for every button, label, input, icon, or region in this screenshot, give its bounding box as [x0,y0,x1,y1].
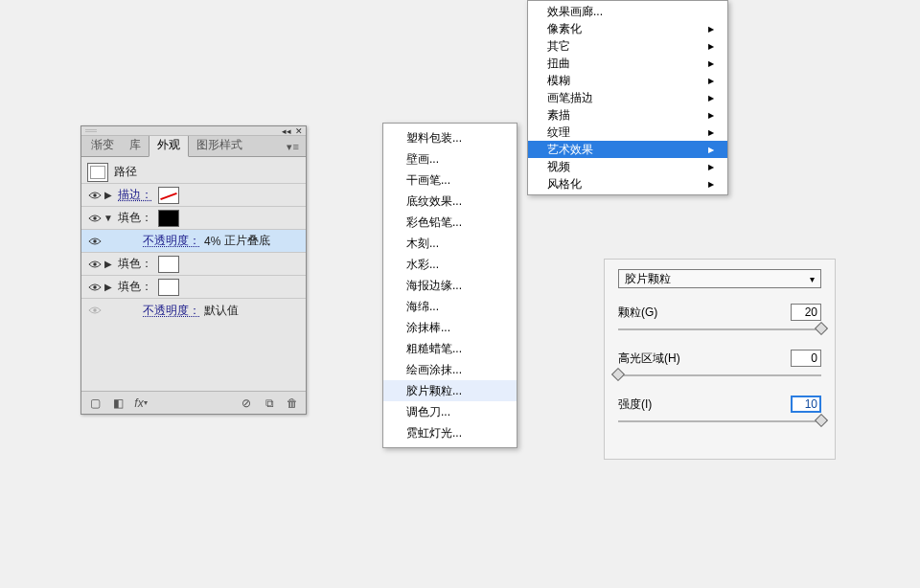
panel-close-icon[interactable]: ✕ [295,126,303,136]
submenu-item[interactable]: 彩色铅笔... [383,212,517,233]
svg-point-2 [93,239,97,243]
slider-value-input[interactable] [791,396,821,413]
chevron-down-icon: ▾ [810,274,815,284]
submenu-item[interactable]: 胶片颗粒... [383,380,517,401]
slider-row: 强度(I) [618,396,821,426]
row-fill1[interactable]: ▼ 填色： [81,207,306,230]
submenu-item[interactable]: 霓虹灯光... [383,422,517,443]
opacity-def-value: 默认值 [204,303,239,319]
fx-button[interactable]: fx▾ [133,396,149,411]
tab-library[interactable]: 库 [122,134,149,156]
row-path[interactable]: 路径 [81,161,306,184]
stroke-label[interactable]: 描边： [114,187,152,203]
menu-item[interactable]: 模糊 [528,72,727,89]
panel-body: 路径 ▶ 描边： ▼ 填色： 不透明度： 4% 正片叠底 ▶ 填色： [81,157,306,391]
slider-label: 颗粒(G) [618,305,657,321]
menu-item[interactable]: 画笔描边 [528,89,727,106]
slider-label: 强度(I) [618,396,652,413]
slider-track[interactable] [618,325,821,334]
tab-gradient[interactable]: 渐变 [83,134,122,156]
submenu-item[interactable]: 绘画涂抹... [383,359,517,380]
visibility-icon-dim[interactable] [87,303,103,318]
forbidden-icon[interactable]: ⊘ [239,396,254,411]
opacity-mode: 正片叠底 [224,233,270,249]
menu-item[interactable]: 效果画廊... [528,3,727,20]
submenu-item[interactable]: 干画笔... [383,170,517,191]
svg-point-4 [93,285,97,289]
svg-point-0 [93,193,97,197]
slider-value-input[interactable] [791,350,821,367]
row-fill2[interactable]: ▶ 填色： [81,253,306,276]
expand-icon[interactable]: ▶ [103,190,114,200]
visibility-icon[interactable] [87,188,103,203]
panel-collapse-icon[interactable]: ◂◂ [282,126,291,136]
stroke-swatch[interactable] [158,187,179,204]
row-opacity-default[interactable]: 不透明度： 默认值 [81,299,306,322]
path-label: 路径 [114,164,137,180]
menu-item[interactable]: 风格化 [528,175,727,192]
slider-thumb[interactable] [815,414,828,427]
slider-track[interactable] [618,371,821,380]
tab-graphic-styles[interactable]: 图形样式 [189,134,250,156]
svg-point-1 [93,216,97,220]
effects-menu[interactable]: 效果画廊...像素化其它扭曲模糊画笔描边素描纹理艺术效果视频风格化 [527,0,728,195]
film-grain-settings: 胶片颗粒 ▾ 颗粒(G)高光区域(H)强度(I) [604,259,836,460]
visibility-icon[interactable] [87,234,103,249]
panel-titlebar[interactable]: ◂◂ ✕ [81,126,306,136]
duplicate-icon[interactable]: ⧉ [262,396,277,411]
row-fill3[interactable]: ▶ 填色： [81,276,306,299]
visibility-icon[interactable] [87,211,103,226]
visibility-icon[interactable] [87,280,103,295]
menu-item[interactable]: 扭曲 [528,55,727,72]
slider-row: 高光区域(H) [618,350,821,380]
menu-item[interactable]: 艺术效果 [528,141,727,158]
menu-item[interactable]: 视频 [528,158,727,175]
slider-thumb[interactable] [611,368,625,381]
menu-item[interactable]: 其它 [528,37,727,55]
path-thumb [87,163,108,182]
fill1-label: 填色： [114,210,152,226]
collapse-icon[interactable]: ▼ [103,213,114,223]
fill1-swatch[interactable] [158,210,179,227]
slider-label: 高光区域(H) [618,351,680,367]
submenu-item[interactable]: 底纹效果... [383,191,517,212]
submenu-item[interactable]: 塑料包装... [383,127,517,148]
panel-menu-icon[interactable]: ▾≡ [281,138,306,156]
row-opacity-selected[interactable]: 不透明度： 4% 正片叠底 [81,230,306,253]
submenu-item[interactable]: 涂抹棒... [383,317,517,338]
submenu-item[interactable]: 调色刀... [383,401,517,422]
submenu-item[interactable]: 木刻... [383,233,517,254]
expand-icon[interactable]: ▶ [103,259,114,269]
submenu-item[interactable]: 水彩... [383,254,517,275]
new-art-has-basic-icon[interactable]: ▢ [87,396,103,411]
panel-empty-area [81,322,306,389]
visibility-icon[interactable] [87,257,103,272]
trash-icon[interactable]: 🗑 [285,396,300,411]
menu-item[interactable]: 素描 [528,106,727,124]
slider-row: 颗粒(G) [618,304,821,334]
expand-icon[interactable]: ▶ [103,282,114,292]
appearance-panel: ◂◂ ✕ 渐变 库 外观 图形样式 ▾≡ 路径 ▶ 描边： ▼ 填色： 不透明度… [80,125,307,415]
opacity-label[interactable]: 不透明度： [103,233,200,249]
svg-point-5 [93,308,97,312]
svg-point-3 [93,262,97,266]
submenu-item[interactable]: 海报边缘... [383,275,517,296]
effect-select[interactable]: 胶片颗粒 ▾ [618,269,821,288]
slider-value-input[interactable] [791,304,821,321]
submenu-item[interactable]: 壁画... [383,148,517,170]
opacity-value: 4% [204,235,220,248]
slider-thumb[interactable] [815,322,828,335]
panel-tabs: 渐变 库 外观 图形样式 ▾≡ [81,136,306,157]
menu-item[interactable]: 纹理 [528,124,727,141]
opacity-def-label[interactable]: 不透明度： [103,303,200,319]
artistic-effects-submenu[interactable]: 塑料包装...壁画...干画笔...底纹效果...彩色铅笔...木刻...水彩.… [382,123,518,448]
menu-item[interactable]: 像素化 [528,20,727,37]
submenu-item[interactable]: 粗糙蜡笔... [383,338,517,359]
row-stroke[interactable]: ▶ 描边： [81,184,306,207]
fill2-swatch[interactable] [158,256,179,273]
clear-appearance-icon[interactable]: ◧ [110,396,126,411]
fill3-swatch[interactable] [158,279,179,296]
slider-track[interactable] [618,417,821,426]
submenu-item[interactable]: 海绵... [383,296,517,317]
tab-appearance[interactable]: 外观 [149,133,189,157]
